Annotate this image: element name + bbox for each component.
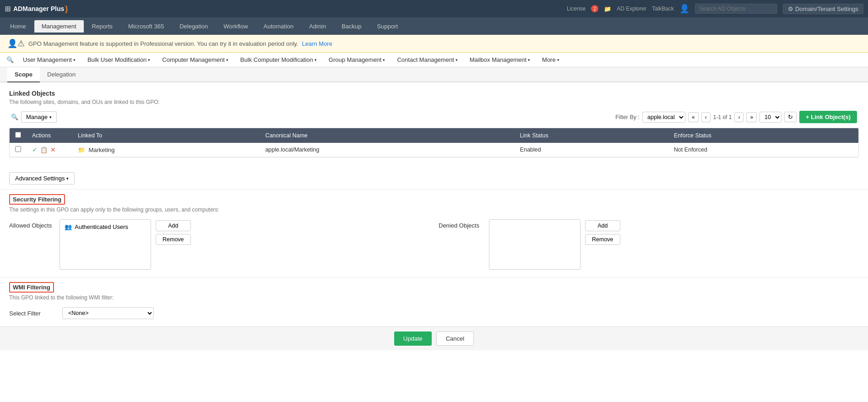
advanced-settings-button[interactable]: Advanced Settings ▾	[9, 172, 75, 185]
tab-home[interactable]: Home	[3, 20, 33, 33]
sub-nav-bulk-comp-mod[interactable]: Bulk Computer Modification▾	[236, 54, 321, 65]
bottom-action-bar: Update Cancel	[0, 326, 868, 350]
sub-nav-group-mgmt[interactable]: Group Management▾	[324, 54, 390, 65]
alert-message: GPO Management feature is supported in P…	[28, 40, 298, 47]
refresh-button[interactable]: ↻	[784, 112, 797, 122]
sub-nav-contact-mgmt[interactable]: Contact Management▾	[392, 54, 462, 65]
sub-nav-mailbox-mgmt[interactable]: Mailbox Management▾	[465, 54, 535, 65]
license-link[interactable]: License	[567, 5, 586, 12]
linked-to-folder-icon: 📁	[78, 147, 85, 153]
wmi-filtering-section: WMI Filtering This GPO linked to the fol…	[0, 282, 868, 326]
topbar-left: ⊞ ADManager Plus )	[5, 4, 68, 14]
manage-caret-icon: ▾	[49, 115, 52, 120]
topbar-right: License 2 📁 AD Explorer TalkBack 👤 ⚙ Dom…	[567, 4, 863, 14]
manage-dropdown-button[interactable]: Manage ▾	[21, 111, 57, 123]
pagination-first-btn[interactable]: «	[688, 112, 699, 122]
tab-workflow[interactable]: Workflow	[216, 20, 255, 33]
col-link-status: Link Status	[515, 128, 668, 143]
row-enforce-status: Not Enforced	[668, 143, 858, 157]
delete-icon[interactable]: ✕	[50, 146, 56, 153]
search-input[interactable]	[695, 4, 777, 14]
row-canonical-name: apple.local/Marketing	[260, 143, 514, 157]
tab-scope[interactable]: Scope	[7, 67, 40, 82]
enable-icon[interactable]: ✓	[32, 146, 38, 153]
denied-remove-button[interactable]: Remove	[585, 234, 620, 245]
tab-reports[interactable]: Reports	[85, 20, 120, 33]
sub-nav-search-icon[interactable]: 🔍	[5, 54, 16, 65]
table-header-row: Actions Linked To Canonical Name Link St…	[10, 128, 858, 143]
filter-by-select[interactable]: apple.local	[642, 112, 685, 123]
pagination-info: 1-1 of 1	[713, 114, 732, 120]
domain-settings-button[interactable]: ⚙ Domain/Tenant Settings	[783, 4, 863, 14]
main-nav: Home Management Reports Microsoft 365 De…	[0, 17, 868, 35]
app-logo: ⊞ ADManager Plus )	[5, 4, 68, 14]
allowed-add-button[interactable]: Add	[156, 220, 191, 231]
pagination-next-btn[interactable]: ›	[734, 112, 743, 122]
filter-by-label: Filter By :	[615, 114, 640, 120]
allowed-item-authenticated-users[interactable]: 👥 Authenticated Users	[62, 222, 149, 232]
tab-backup[interactable]: Backup	[334, 20, 369, 33]
linked-objects-table: Actions Linked To Canonical Name Link St…	[9, 128, 859, 158]
allowed-objects-buttons: Add Remove	[156, 220, 191, 245]
tab-delegation[interactable]: Delegation	[40, 67, 83, 82]
tab-management[interactable]: Management	[34, 20, 84, 33]
tab-microsoft365[interactable]: Microsoft 365	[121, 20, 171, 33]
talkback-link[interactable]: TalkBack	[652, 5, 674, 12]
wmi-select-filter-label: Select Filter	[9, 310, 55, 317]
pagination-last-btn[interactable]: »	[746, 112, 757, 122]
denied-add-button[interactable]: Add	[585, 220, 620, 231]
row-linked-to: 📁 Marketing	[72, 143, 260, 157]
sub-nav-computer-mgmt[interactable]: Computer Management▾	[157, 54, 233, 65]
cancel-button[interactable]: Cancel	[436, 331, 474, 346]
wmi-filtering-desc: This GPO linked to the following WMI fil…	[9, 294, 859, 301]
wmi-filtering-title: WMI Filtering	[9, 282, 54, 293]
tab-automation[interactable]: Automation	[256, 20, 301, 33]
sub-nav-user-management[interactable]: User Management▾	[18, 54, 80, 65]
security-filtering-section: Security Filtering The settings in this …	[0, 194, 868, 277]
sub-nav-bulk-user-mod[interactable]: Bulk User Modification▾	[83, 54, 155, 65]
select-all-checkbox[interactable]	[15, 132, 21, 138]
col-canonical-name: Canonical Name	[260, 128, 514, 143]
gear-icon: ⚙	[788, 5, 793, 12]
notification-badge[interactable]: 2	[591, 5, 598, 12]
toolbar-search-icon[interactable]: 🔍	[11, 114, 18, 120]
ad-explorer-link[interactable]: AD Explorer	[617, 5, 646, 12]
row-actions-cell: ✓ 📋 ✕	[27, 143, 72, 157]
tab-delegation[interactable]: Delegation	[172, 20, 215, 33]
sub-nav: 🔍 User Management▾ Bulk User Modificatio…	[0, 53, 868, 67]
allowed-remove-button[interactable]: Remove	[156, 234, 191, 245]
row-checkbox-cell	[10, 143, 27, 157]
alert-banner: 👤⚠ GPO Management feature is supported i…	[0, 35, 868, 53]
sub-nav-more[interactable]: More▾	[537, 54, 564, 65]
col-linked-to: Linked To	[72, 128, 260, 143]
edit-icon[interactable]: 📋	[40, 147, 48, 153]
advanced-settings-caret-icon: ▾	[66, 176, 69, 181]
logo-decoration: )	[65, 4, 68, 14]
wmi-filter-select[interactable]: <None>	[62, 307, 154, 319]
row-checkbox[interactable]	[15, 146, 21, 152]
folder-icon: 📁	[604, 5, 611, 12]
wmi-filter-row: Select Filter <None>	[9, 307, 859, 319]
allowed-objects-list[interactable]: 👥 Authenticated Users	[60, 219, 151, 270]
linked-objects-section: Linked Objects The following sites, doma…	[0, 82, 868, 172]
link-object-button[interactable]: + Link Object(s)	[799, 111, 857, 123]
update-button[interactable]: Update	[394, 331, 432, 346]
alert-icon: 👤⚠	[7, 38, 25, 49]
grid-icon: ⊞	[5, 5, 11, 13]
learn-more-link[interactable]: Learn More	[302, 40, 332, 47]
users-group-icon: 👥	[65, 223, 72, 230]
linked-objects-subtitle: The following sites, domains, and OUs ar…	[9, 99, 859, 105]
col-actions: Actions	[27, 128, 72, 143]
tab-support[interactable]: Support	[370, 20, 406, 33]
denied-objects-list[interactable]	[489, 219, 580, 270]
security-filtering-title: Security Filtering	[9, 194, 65, 205]
table-toolbar: 🔍 Manage ▾ Filter By : apple.local « ‹ 1…	[9, 111, 859, 123]
tab-admin[interactable]: Admin	[302, 20, 333, 33]
page-size-select[interactable]: 10	[760, 112, 781, 123]
pagination-prev-btn[interactable]: ‹	[701, 112, 711, 122]
linked-objects-title: Linked Objects	[9, 90, 859, 97]
toolbar-left: 🔍 Manage ▾	[11, 111, 57, 123]
row-link-status: Enabled	[515, 143, 668, 157]
user-avatar-icon: 👤	[679, 4, 689, 14]
action-icons-group: ✓ 📋 ✕	[32, 146, 67, 153]
